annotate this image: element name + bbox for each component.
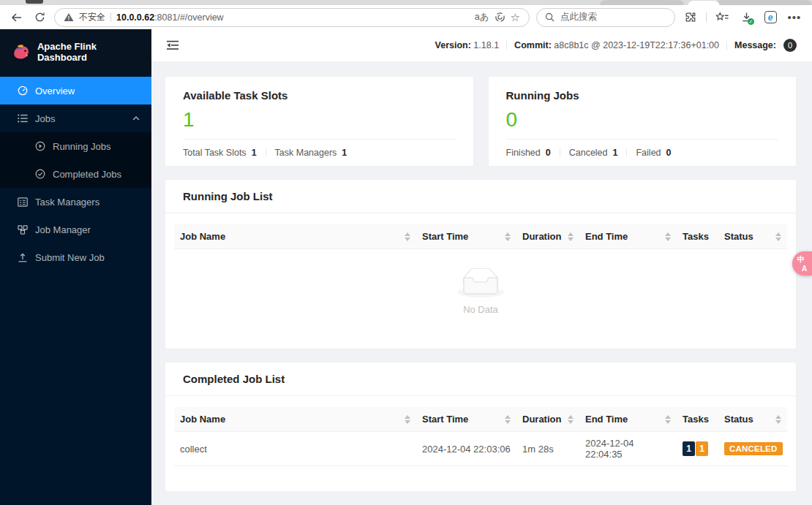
column-label: End Time bbox=[585, 414, 628, 425]
column-header-job-name[interactable]: Job Name bbox=[174, 224, 416, 248]
sidebar-item-submit-new-job[interactable]: Submit New Job bbox=[0, 243, 151, 271]
inactive-tab-fragment[interactable] bbox=[600, 0, 684, 5]
card-footer-stats: Finished0 Canceled1 Failed0 bbox=[506, 148, 779, 158]
browser-tab-strip[interactable] bbox=[0, 0, 812, 5]
sort-caret-icon[interactable] bbox=[771, 232, 781, 241]
running-job-list-card: Running Job List Job Name Start Time Dur… bbox=[165, 179, 797, 349]
sidebar-item-completed-jobs[interactable]: Completed Jobs bbox=[0, 160, 151, 188]
browser-extension-e-button[interactable]: e bbox=[762, 9, 779, 26]
favorite-star-icon[interactable]: ☆ bbox=[511, 11, 520, 24]
empty-box-icon bbox=[457, 268, 504, 298]
favorites-bar-button[interactable] bbox=[713, 9, 731, 26]
running-jobs-card: Running Jobs 0 Finished0 Canceled1 Faile… bbox=[488, 76, 797, 167]
job-name-cell[interactable]: collect bbox=[174, 432, 416, 466]
extensions-button[interactable] bbox=[682, 9, 699, 26]
search-icon bbox=[545, 12, 555, 22]
column-label: Job Name bbox=[180, 414, 225, 425]
sidebar-item-task-managers[interactable]: Task Managers bbox=[0, 188, 151, 216]
column-header-duration[interactable]: Duration bbox=[516, 224, 579, 248]
stat-value: 0 bbox=[546, 148, 551, 158]
translate-floating-button[interactable]: 中 A bbox=[792, 251, 812, 276]
stat-value: 0 bbox=[666, 148, 672, 158]
column-header-end-time[interactable]: End Time bbox=[579, 224, 677, 248]
main-content: Version: 1.18.1 Commit: a8c8b1c @ 2023-1… bbox=[151, 29, 812, 505]
browser-toolbar: 不安全 10.0.0.62:8081/#/overview aあ ☆ 点此搜索 … bbox=[0, 5, 812, 29]
sort-caret-icon[interactable] bbox=[563, 415, 574, 424]
version-group: Version: 1.18.1 bbox=[435, 40, 500, 50]
running-jobs-table: Job Name Start Time Duration End Time Ta… bbox=[174, 224, 787, 349]
table-row[interactable]: collect 2024-12-04 22:03:06 1m 28s 2024-… bbox=[174, 432, 787, 466]
dashboard-icon bbox=[18, 86, 28, 96]
sort-caret-icon[interactable] bbox=[400, 415, 410, 424]
back-button[interactable] bbox=[9, 10, 25, 26]
column-header-start-time[interactable]: Start Time bbox=[416, 407, 516, 431]
security-label[interactable]: 不安全 bbox=[79, 11, 105, 23]
sort-caret-icon[interactable] bbox=[661, 232, 671, 241]
read-aloud-swirl-icon[interactable] bbox=[495, 12, 505, 23]
stat-divider bbox=[560, 148, 560, 157]
running-jobs-value: 0 bbox=[506, 108, 779, 132]
sidebar-item-running-jobs[interactable]: Running Jobs bbox=[0, 132, 151, 160]
version-value: 1.18.1 bbox=[473, 40, 499, 50]
sort-caret-icon[interactable] bbox=[400, 232, 410, 241]
browser-chrome: 不安全 10.0.0.62:8081/#/overview aあ ☆ 点此搜索 … bbox=[0, 0, 812, 29]
sidebar-collapse-button[interactable] bbox=[165, 38, 180, 53]
sidebar-item-jobs[interactable]: Jobs bbox=[0, 105, 151, 132]
column-header-start-time[interactable]: Start Time bbox=[416, 224, 516, 248]
address-bar[interactable]: 不安全 10.0.0.62:8081/#/overview aあ ☆ bbox=[54, 8, 530, 27]
column-label: Start Time bbox=[422, 231, 468, 242]
inactive-tab-fragment[interactable] bbox=[715, 0, 812, 5]
empty-state: No Data bbox=[174, 249, 787, 349]
sort-caret-icon[interactable] bbox=[771, 415, 781, 424]
flink-squirrel-logo-icon bbox=[10, 41, 31, 63]
active-tab-fragment[interactable] bbox=[688, 1, 720, 5]
search-box[interactable]: 点此搜索 bbox=[536, 8, 675, 27]
commit-group: Commit: a8c8b1c @ 2023-12-19T22:17:36+01… bbox=[514, 40, 719, 50]
downloads-button[interactable]: ✓ bbox=[737, 9, 755, 26]
deployment-unit-icon bbox=[18, 225, 28, 235]
column-header-job-name[interactable]: Job Name bbox=[174, 407, 416, 431]
stats-row: Available Task Slots 1 Total Task Slots1… bbox=[165, 76, 797, 167]
status-cell: CANCELED bbox=[718, 432, 787, 466]
sort-caret-icon[interactable] bbox=[661, 415, 671, 424]
url-text[interactable]: 10.0.0.62:8081/#/overview bbox=[116, 12, 224, 23]
refresh-button[interactable] bbox=[31, 10, 48, 26]
sidebar-item-job-manager[interactable]: Job Manager bbox=[0, 216, 151, 243]
column-header-end-time[interactable]: End Time bbox=[579, 407, 677, 431]
sidebar-logo-header[interactable]: Apache Flink Dashboard bbox=[0, 29, 151, 74]
jobs-submenu: Running Jobs Completed Jobs bbox=[0, 132, 151, 188]
ellipsis-icon: ••• bbox=[788, 11, 802, 23]
stat-item: Total Task Slots1 bbox=[183, 148, 257, 158]
start-time-cell: 2024-12-04 22:03:06 bbox=[416, 432, 516, 466]
message-count-badge[interactable]: 0 bbox=[783, 39, 797, 52]
sort-caret-icon[interactable] bbox=[500, 415, 511, 424]
column-label: Duration bbox=[522, 231, 561, 242]
tasks-total-badge: 1 bbox=[683, 441, 695, 456]
commit-value: a8c8b1c @ 2023-12-19T22:17:36+01:00 bbox=[554, 40, 719, 50]
menu-fold-icon bbox=[167, 40, 178, 50]
tasks-canceled-badge: 1 bbox=[696, 441, 708, 456]
column-header-status[interactable]: Status bbox=[718, 224, 787, 248]
table-header-row: Job Name Start Time Duration End Time Ta… bbox=[174, 224, 787, 249]
stat-value: 1 bbox=[252, 148, 257, 158]
stat-label: Finished bbox=[506, 148, 541, 158]
sort-caret-icon[interactable] bbox=[563, 232, 574, 241]
sidebar-item-label: Jobs bbox=[35, 113, 55, 124]
table-card-title: Running Job List bbox=[165, 180, 796, 213]
translate-icon[interactable]: aあ bbox=[475, 11, 489, 23]
column-header-status[interactable]: Status bbox=[718, 407, 787, 431]
column-header-tasks: Tasks bbox=[677, 407, 718, 431]
more-menu-button[interactable]: ••• bbox=[786, 9, 803, 26]
table-card-title: Completed Job List bbox=[165, 362, 796, 396]
available-slots-value: 1 bbox=[183, 108, 456, 132]
sort-caret-icon[interactable] bbox=[500, 232, 511, 241]
completed-jobs-table: Job Name Start Time Duration End Time Ta… bbox=[174, 407, 787, 491]
translate-en-glyph: A bbox=[802, 265, 807, 273]
tasks-cell: 1 1 bbox=[677, 432, 718, 466]
column-header-duration[interactable]: Duration bbox=[516, 407, 579, 431]
sidebar-item-overview[interactable]: Overview bbox=[0, 77, 151, 105]
header-divider bbox=[506, 41, 507, 50]
toolbar-divider bbox=[706, 12, 707, 22]
url-path: :8081/#/overview bbox=[154, 12, 224, 23]
sidebar-item-label: Overview bbox=[35, 86, 75, 96]
